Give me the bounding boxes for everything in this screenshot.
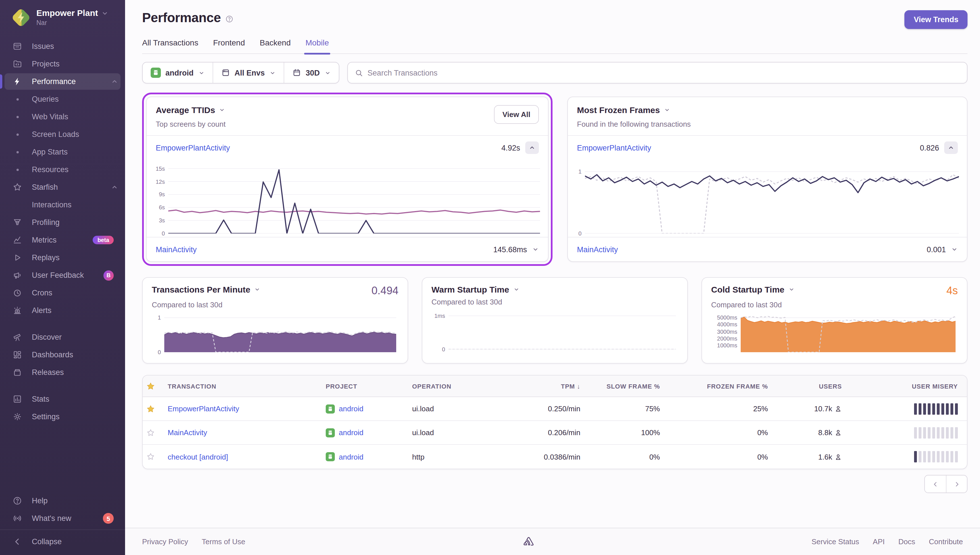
bullet-icon	[16, 168, 19, 171]
discover-icon	[13, 332, 22, 342]
tab-frontend[interactable]: Frontend	[213, 38, 245, 53]
tab-mobile[interactable]: Mobile	[305, 38, 329, 53]
transaction-link[interactable]: MainActivity	[577, 245, 618, 253]
cold-startup-title-dropdown[interactable]: Cold Startup Time	[711, 285, 795, 294]
transactions-per-minute-panel: Transactions Per Minute 0.494 Compared t…	[142, 277, 408, 364]
collapse-chart-button[interactable]	[944, 141, 958, 154]
footer-link-service-status[interactable]: Service Status	[811, 537, 859, 546]
average-ttids-panel: Average TTIDs Top screens by count View …	[146, 96, 549, 262]
project-filter[interactable]: android	[143, 63, 212, 83]
sidebar-item-starfish[interactable]: Starfish	[0, 178, 125, 196]
column-header-slow-frame[interactable]: SLOW FRAME %	[590, 383, 669, 390]
tab-backend[interactable]: Backend	[260, 38, 291, 53]
most-frozen-frames-title-dropdown[interactable]: Most Frozen Frames	[577, 105, 691, 115]
sidebar-item-help[interactable]: Help	[0, 492, 125, 510]
sidebar-item-crons[interactable]: Crons	[0, 284, 125, 302]
next-page-button[interactable]	[946, 475, 967, 492]
sidebar-item-metrics[interactable]: Metricsbeta	[0, 231, 125, 249]
column-header-tpm[interactable]: TPM ↓	[504, 383, 590, 390]
column-header-project[interactable]: PROJECT	[326, 383, 412, 390]
warm-startup-title-dropdown[interactable]: Warm Startup Time	[431, 285, 519, 294]
table-row-mainactivity[interactable]: MainActivity android ui.load 0.206/min 1…	[143, 421, 967, 445]
tpm-title-dropdown[interactable]: Transactions Per Minute	[152, 285, 260, 294]
sidebar-item-projects[interactable]: Projects	[0, 55, 125, 73]
sidebar-item-screen-loads[interactable]: Screen Loads	[0, 125, 125, 143]
help-tooltip-icon[interactable]	[225, 14, 234, 23]
sidebar-item-profiling[interactable]: Profiling	[0, 213, 125, 231]
android-project-icon	[326, 404, 335, 413]
panel-metric-row: EmpowerPlantActivity 4.92s	[147, 135, 548, 160]
project-link[interactable]: android	[339, 404, 363, 413]
table-row-checkout-android[interactable]: checkout [android] android http 0.0386/m…	[143, 445, 967, 468]
misery-bar	[923, 427, 926, 438]
environment-filter[interactable]: All Envs	[212, 63, 284, 83]
misery-bar	[932, 403, 935, 414]
sidebar-item-what-s-new[interactable]: What's new5	[0, 510, 125, 527]
project-link[interactable]: android	[339, 428, 363, 437]
sidebar-item-alerts[interactable]: Alerts	[0, 302, 125, 319]
sidebar-item-settings[interactable]: Settings	[0, 408, 125, 425]
column-header-users[interactable]: USERS	[777, 383, 851, 390]
tab-all-transactions[interactable]: All Transactions	[142, 38, 198, 53]
search-transactions-input[interactable]	[368, 69, 960, 77]
sidebar-item-label: User Feedback	[32, 271, 103, 279]
star-filled-icon[interactable]	[146, 404, 155, 413]
sidebar-item-label: Metrics	[32, 236, 93, 244]
star-filled-icon[interactable]	[146, 382, 155, 391]
star-outline-icon[interactable]	[146, 452, 155, 461]
footer-link-terms-of-use[interactable]: Terms of Use	[202, 537, 245, 546]
misery-bar	[932, 451, 935, 462]
column-header-user-misery[interactable]: USER MISERY	[851, 383, 967, 390]
column-header-operation[interactable]: OPERATION	[412, 383, 504, 390]
transaction-link[interactable]: MainActivity	[168, 428, 207, 437]
metric-value: 4.92s	[501, 143, 520, 152]
sidebar-item-web-vitals[interactable]: Web Vitals	[0, 108, 125, 125]
misery-bar	[941, 427, 944, 438]
sidebar-item-stats[interactable]: Stats	[0, 390, 125, 408]
average-ttids-title-dropdown[interactable]: Average TTIDs	[156, 105, 226, 115]
tpm-chart: 10	[152, 309, 398, 352]
transaction-link[interactable]: EmpowerPlantActivity	[577, 143, 651, 152]
sidebar-item-resources[interactable]: Resources	[0, 161, 125, 178]
calendar-icon	[292, 68, 301, 77]
sidebar-item-issues[interactable]: Issues	[0, 37, 125, 55]
footer-link-privacy-policy[interactable]: Privacy Policy	[142, 537, 188, 546]
page-filter-bar: android All Envs 30D	[142, 62, 339, 83]
sidebar-item-collapse[interactable]: Collapse	[0, 533, 125, 550]
sidebar-item-dashboards[interactable]: Dashboards	[0, 346, 125, 364]
table-row-empowerplantactivity[interactable]: EmpowerPlantActivity android ui.load 0.2…	[143, 397, 967, 421]
footer-link-contribute[interactable]: Contribute	[929, 537, 963, 546]
view-all-button[interactable]: View All	[494, 105, 539, 124]
sidebar-item-releases[interactable]: Releases	[0, 364, 125, 381]
sidebar-item-replays[interactable]: Replays	[0, 249, 125, 266]
collapse-chart-button[interactable]	[525, 141, 539, 154]
chart-canvas	[585, 164, 959, 234]
transaction-link[interactable]: EmpowerPlantActivity	[168, 404, 239, 413]
date-range-filter[interactable]: 30D	[284, 63, 339, 83]
sidebar-item-user-feedback[interactable]: User FeedbackB	[0, 266, 125, 284]
transaction-link[interactable]: MainActivity	[156, 245, 197, 253]
project-link[interactable]: android	[339, 452, 363, 461]
star-outline-icon[interactable]	[146, 428, 155, 437]
expand-chart-button[interactable]	[532, 246, 539, 253]
chart-canvas	[164, 314, 396, 352]
column-header-transaction[interactable]: TRANSACTION	[168, 383, 326, 390]
sidebar-item-queries[interactable]: Queries	[0, 90, 125, 108]
column-header-frozen-frame[interactable]: FROZEN FRAME %	[669, 383, 777, 390]
transaction-link[interactable]: checkout [android]	[168, 452, 228, 461]
expand-chart-button[interactable]	[951, 246, 958, 253]
sidebar-item-interactions[interactable]: Interactions	[0, 196, 125, 213]
sidebar-item-performance[interactable]: Performance	[0, 73, 125, 90]
view-trends-button[interactable]: View Trends	[904, 10, 967, 29]
footer-link-docs[interactable]: Docs	[898, 537, 915, 546]
sidebar-item-label: Profiling	[32, 218, 118, 227]
sidebar-item-discover[interactable]: Discover	[0, 328, 125, 346]
previous-page-button[interactable]	[925, 475, 946, 492]
releases-icon	[13, 367, 22, 377]
footer-link-api[interactable]: API	[873, 537, 885, 546]
transaction-link[interactable]: EmpowerPlantActivity	[156, 143, 230, 152]
footer-left-links: Privacy PolicyTerms of Use	[142, 537, 245, 546]
sidebar-item-app-starts[interactable]: App Starts	[0, 143, 125, 161]
metric-value: 0.826	[920, 143, 939, 152]
org-switcher[interactable]: Empower Plant Nar	[0, 0, 125, 33]
